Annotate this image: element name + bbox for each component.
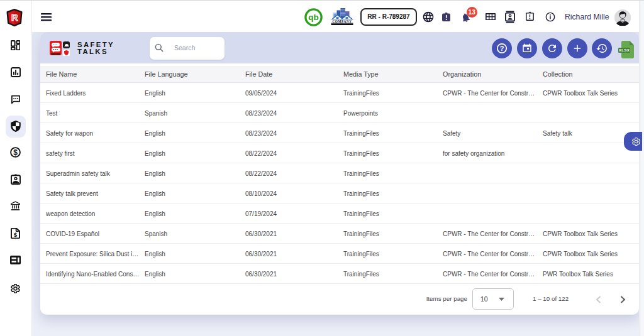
svg-text:qb: qb	[308, 13, 319, 22]
svg-text:?: ?	[500, 45, 504, 52]
svg-text:R: R	[11, 13, 18, 23]
svg-text:COMPANY: COMPANY	[332, 19, 352, 23]
svg-text:$: $	[13, 148, 18, 157]
svg-text:$: $	[14, 231, 18, 238]
